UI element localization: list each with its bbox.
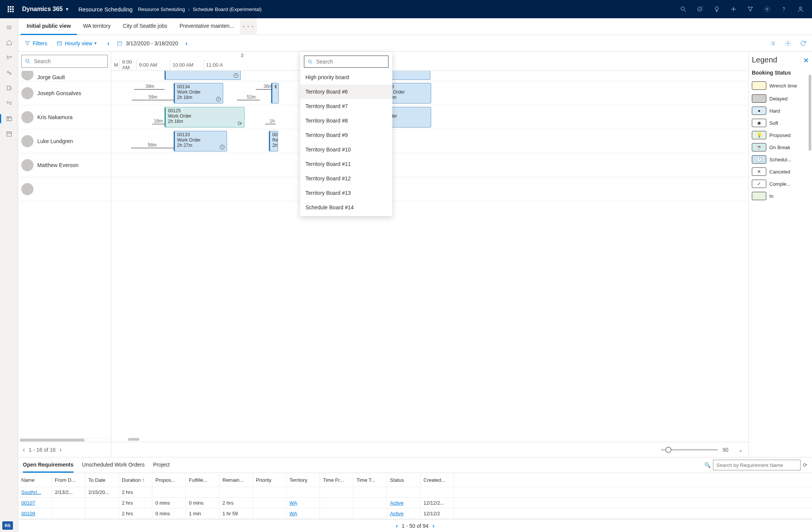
breadcrumb-1[interactable]: Resource Scheduling — [138, 6, 185, 12]
resource-row[interactable]: Kris Nakamura — [18, 105, 111, 129]
column-header[interactable]: Territory — [286, 473, 320, 487]
column-header[interactable]: Status — [387, 473, 420, 487]
grid-prev[interactable]: ‹ — [396, 522, 398, 529]
cell[interactable]: Active — [387, 498, 420, 508]
booking[interactable]: Work Order2h 38m — [165, 71, 241, 80]
doc-list-icon[interactable] — [0, 81, 18, 96]
refresh-icon[interactable] — [798, 38, 809, 49]
view-mode-button[interactable]: Hourly view ▾ — [53, 39, 100, 48]
bottom-tab[interactable]: Unscheduled Work Orders — [82, 457, 145, 473]
tab-1[interactable]: WA territory — [77, 18, 117, 35]
people-link-icon[interactable] — [0, 65, 18, 81]
column-header[interactable]: Fulfille... — [186, 473, 219, 487]
cell[interactable]: 00109 — [18, 508, 52, 519]
refresh-icon[interactable]: ⟳ — [803, 462, 807, 468]
booking[interactable]: 00Re2h — [269, 131, 278, 151]
column-header[interactable]: To Date — [85, 473, 119, 487]
resource-row[interactable] — [18, 177, 111, 201]
app-name[interactable]: Resource Scheduling — [73, 6, 138, 13]
grid-next[interactable]: › — [432, 522, 434, 529]
breadcrumb-2[interactable]: Schedule Board (Experimental) — [193, 6, 262, 12]
rs-badge[interactable]: RS — [2, 521, 13, 530]
resource-row[interactable]: Jorge Gault — [18, 71, 111, 81]
board-settings-icon[interactable] — [782, 38, 794, 49]
prev-range-button[interactable]: ‹ — [103, 38, 113, 49]
dropdown-item[interactable]: Territory Board #7 — [300, 99, 392, 113]
cell[interactable]: WA — [286, 498, 320, 508]
user-icon[interactable] — [792, 0, 809, 18]
people-list2-icon[interactable] — [0, 96, 18, 111]
next-range-button[interactable]: › — [181, 38, 192, 49]
hamburger-icon[interactable] — [0, 20, 18, 35]
add-icon[interactable] — [725, 0, 742, 18]
date-range[interactable]: 3/12/2020 - 3/18/2020 — [117, 40, 178, 46]
tab-0[interactable]: Initial public view — [21, 18, 77, 35]
close-icon[interactable]: ✕ — [803, 56, 809, 65]
list-view-icon[interactable] — [767, 38, 778, 49]
calendar-icon[interactable] — [0, 126, 18, 142]
tab-overflow-button[interactable]: · · · — [240, 18, 257, 35]
pager-next[interactable]: › — [59, 446, 61, 453]
column-header[interactable]: Propos... — [152, 473, 186, 487]
home-icon[interactable] — [0, 35, 18, 50]
legend-scrollbar[interactable] — [809, 75, 811, 151]
bottom-tab[interactable]: Open Requirements — [23, 457, 74, 473]
app-launcher[interactable] — [3, 0, 18, 18]
dropdown-item[interactable]: Territory Board #6 — [300, 84, 392, 99]
bottom-tab[interactable]: Project — [153, 457, 170, 473]
table-row[interactable]: Southri...2/13/2...2/15/20...2 hrs — [18, 487, 812, 498]
booking[interactable]: 00125Work Order2h 16m — [165, 107, 245, 127]
collapse-icon[interactable]: ⌄ — [738, 447, 743, 453]
dropdown-item[interactable]: Territory Board #11 — [300, 157, 392, 171]
dropdown-item[interactable]: Territory Board #12 — [300, 171, 392, 186]
resource-search-input[interactable] — [34, 58, 104, 64]
resource-hscroll[interactable] — [18, 438, 111, 442]
timeline-hscroll[interactable] — [111, 438, 748, 442]
cell[interactable]: 00107 — [18, 498, 52, 508]
column-header[interactable]: Name — [18, 473, 52, 487]
dropdown-search[interactable] — [304, 56, 388, 68]
table-row[interactable]: 001092 hrs0 mins1 min1 hr 59WAActive12/1… — [18, 508, 812, 519]
resource-row[interactable]: Matthew Everson — [18, 153, 111, 177]
resource-row[interactable]: Luke Lundgren — [18, 129, 111, 153]
resource-row[interactable]: Joseph Gonsalves — [18, 81, 111, 105]
tab-2[interactable]: City of Seattle jobs — [117, 18, 174, 35]
schedule-board-icon[interactable] — [0, 111, 18, 126]
settings-icon[interactable] — [759, 0, 775, 18]
dropdown-item[interactable]: Schedule Board #14 — [300, 200, 392, 215]
zoom-slider[interactable] — [661, 449, 718, 451]
search-icon[interactable]: 🔍 — [704, 462, 711, 468]
column-header[interactable]: Time T... — [353, 473, 387, 487]
column-header[interactable]: From D... — [52, 473, 85, 487]
column-header[interactable]: Remain... — [219, 473, 253, 487]
brand[interactable]: Dynamics 365 ▼ — [18, 6, 73, 13]
cell[interactable]: Southri... — [18, 487, 52, 497]
dropdown-item[interactable]: Territory Board #9 — [300, 128, 392, 142]
dropdown-item[interactable]: High priority board — [300, 70, 392, 84]
cell[interactable]: WA — [286, 508, 320, 519]
booking[interactable]: 00134Work Order2h 16m — [174, 83, 223, 104]
search-icon[interactable] — [675, 0, 692, 18]
dropdown-item[interactable]: Territory Board #13 — [300, 186, 392, 200]
cell[interactable]: Active — [387, 508, 420, 519]
pager-prev[interactable]: ‹ — [23, 446, 25, 453]
column-header[interactable]: Duration ↑ — [119, 473, 152, 487]
table-row[interactable]: 001072 hrs0 mins0 mins2 hrsWAActive12/12… — [18, 498, 812, 508]
help-icon[interactable] — [775, 0, 792, 18]
dropdown-search-input[interactable] — [316, 59, 385, 65]
filters-button[interactable]: Filters — [21, 39, 50, 48]
dropdown-item[interactable]: Territory Board #10 — [300, 142, 392, 157]
column-header[interactable]: Time Fr... — [320, 473, 353, 487]
task-icon[interactable] — [692, 0, 708, 18]
filter-icon[interactable] — [742, 0, 759, 18]
lightbulb-icon[interactable] — [708, 0, 725, 18]
requirements-search-input[interactable] — [713, 460, 801, 470]
people-list-icon[interactable] — [0, 50, 18, 65]
booking[interactable]: € — [271, 83, 279, 104]
dropdown-item[interactable]: Territory Board #8 — [300, 113, 392, 128]
column-header[interactable]: Created... — [420, 473, 454, 487]
resource-search[interactable] — [21, 55, 108, 68]
column-header[interactable]: Priority — [253, 473, 286, 487]
tab-3[interactable]: Preventative mainten... — [173, 18, 240, 35]
booking[interactable]: 00133Work Order2h 27m — [174, 131, 227, 151]
